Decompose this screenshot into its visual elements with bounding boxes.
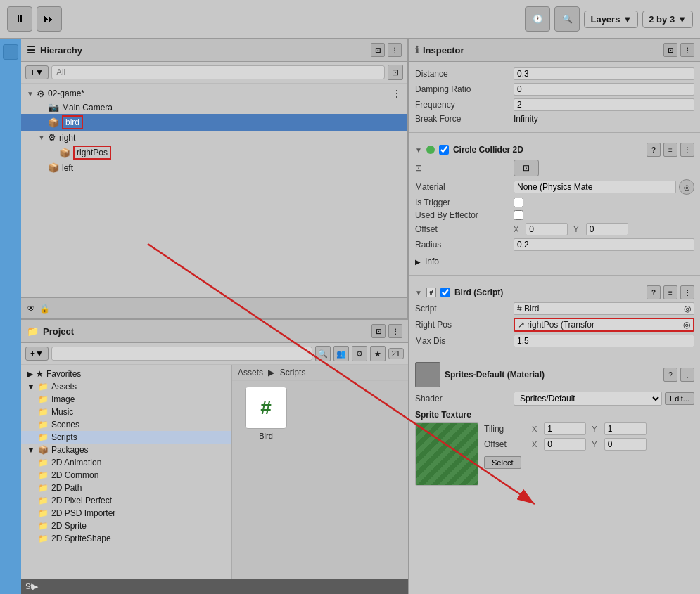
sidebar-image[interactable]: 📁 Image — [21, 393, 231, 406]
project-search-input[interactable] — [51, 347, 312, 361]
sidebar-2d-common[interactable]: 📁 2D Common — [21, 469, 231, 482]
bird-script-more-btn[interactable]: ⋮ — [680, 285, 694, 299]
distance-input[interactable] — [514, 67, 694, 80]
sidebar-2d-sprite[interactable]: 📁 2D Sprite — [21, 519, 231, 532]
pause-button[interactable]: ⏸ — [7, 6, 32, 32]
bird-script-checkbox[interactable] — [440, 288, 450, 297]
project-title: Project — [43, 326, 367, 337]
step-button[interactable]: ⏭ — [37, 6, 62, 32]
used-effector-row: Used By Effector — [415, 210, 694, 220]
layers-dropdown[interactable]: Layers ▼ — [584, 11, 638, 28]
inspector-icon: ℹ — [415, 44, 419, 56]
right-pos-select-icon: ◎ — [683, 320, 690, 330]
script-row: Script # Bird ◎ — [415, 302, 694, 315]
project-settings-btn[interactable]: ⚙ — [352, 346, 367, 361]
material-select-btn[interactable]: ◎ — [679, 179, 694, 195]
sidebar-2d-spriteshape[interactable]: 📁 2D SpriteShape — [21, 532, 231, 545]
sprite-material-header: Sprites-Default (Material) ? ⋮ — [415, 362, 694, 387]
project-sidebar: ▶ ★ Favorites ▼ 📁 Assets 📁 Image — [21, 365, 232, 579]
hierarchy-more-btn[interactable]: ⋮ — [388, 43, 402, 57]
is-trigger-checkbox[interactable] — [514, 198, 523, 207]
sidebar-2d-animation[interactable]: 📁 2D Animation — [21, 456, 231, 469]
shader-select[interactable]: Sprites/Default — [514, 392, 662, 406]
hierarchy-header: ☰ Hierarchy ⊡ ⋮ — [21, 39, 407, 62]
inspector-title: Inspector — [423, 45, 464, 56]
collider-active-dot — [426, 146, 435, 154]
circle-collider-title: Circle Collider 2D — [453, 145, 523, 155]
tree-item-left[interactable]: 📦 left — [21, 161, 407, 174]
project-search-btn[interactable]: 🔍 — [315, 346, 331, 361]
collider-checkbox[interactable] — [439, 145, 449, 155]
sidebar-scenes[interactable]: 📁 Scenes — [21, 418, 231, 431]
collider-help-btn[interactable]: ? — [647, 143, 661, 157]
inspector-dock-btn[interactable]: ⊡ — [663, 43, 677, 57]
edit-collider-btn[interactable]: ⊡ — [514, 160, 539, 176]
offset-x-input[interactable] — [526, 223, 568, 235]
project-dock-btn[interactable]: ⊡ — [371, 324, 386, 338]
frequency-input[interactable] — [514, 98, 694, 111]
tree-item-bird[interactable]: 📦 bird — [21, 114, 407, 131]
hierarchy-icon: ☰ — [27, 44, 36, 56]
sidebar-2d-pixel-perfect[interactable]: 📁 2D Pixel Perfect — [21, 494, 231, 507]
layout-dropdown[interactable]: 2 by 3 ▼ — [642, 11, 693, 28]
hierarchy-search-input[interactable] — [51, 65, 385, 79]
offset-y-input[interactable] — [586, 223, 628, 235]
hierarchy-add-btn[interactable]: +▼ — [25, 65, 49, 79]
collider-more-btn[interactable]: ⋮ — [680, 143, 694, 157]
sidebar-packages[interactable]: ▼ 📦 Packages — [21, 444, 231, 456]
info-row: ▶ Info — [415, 254, 694, 269]
info-arrow: ▶ — [415, 258, 421, 266]
tree-icon-right: ⚙ — [48, 132, 56, 143]
strip-button[interactable] — [3, 44, 18, 60]
sidebar-scripts[interactable]: 📁 Scripts — [21, 431, 231, 444]
tree-item-right[interactable]: ▼ ⚙ right — [21, 131, 407, 144]
radius-input[interactable] — [514, 238, 694, 251]
tree-item-maincamera[interactable]: 📷 Main Camera — [21, 101, 407, 114]
tiling-y-input[interactable] — [604, 422, 647, 435]
sidebar-favorites[interactable]: ▶ ★ Favorites — [21, 368, 231, 380]
history-button[interactable]: 🕐 — [525, 6, 550, 32]
bird-script-settings-btn[interactable]: ≡ — [663, 285, 677, 299]
hierarchy-search-btn[interactable]: ⊡ — [388, 65, 403, 80]
lock-icon: 🔒 — [39, 304, 50, 314]
sidebar-2d-path[interactable]: 📁 2D Path — [21, 482, 231, 494]
offset-tex-x-input[interactable] — [544, 438, 586, 451]
offset-tiling-row: Offset X Y — [484, 438, 694, 451]
search-button[interactable]: 🔍 — [554, 6, 580, 32]
file-item-bird[interactable]: # Bird — [238, 387, 294, 440]
hierarchy-dock-btn[interactable]: ⊡ — [371, 43, 385, 57]
used-effector-checkbox[interactable] — [514, 210, 523, 220]
material-input[interactable] — [514, 181, 676, 193]
bird-script-section: ▼ # Bird (Script) ? ≡ ⋮ Script # Bird ◎ … — [409, 276, 700, 356]
sprite-help-btn[interactable]: ? — [663, 368, 677, 382]
offset-label: Offset — [415, 224, 514, 234]
tree-label-rightpos: rightPos — [73, 146, 111, 160]
tree-icon-rightpos: 📦 — [59, 148, 70, 158]
tree-arrow-game: ▼ — [27, 90, 37, 98]
inspector-panel: ℹ Inspector ⊡ ⋮ Distance Damping Ratio F… — [408, 39, 700, 594]
project-main: Assets ▶ Scripts # Bird — [232, 365, 408, 579]
max-dis-input[interactable] — [514, 335, 694, 347]
tree-item-rightpos[interactable]: 📦 rightPos — [21, 144, 407, 161]
project-people-btn[interactable]: 👥 — [333, 346, 349, 361]
sprite-more-btn[interactable]: ⋮ — [680, 368, 694, 382]
collider-settings-btn[interactable]: ≡ — [663, 143, 677, 157]
sidebar-music[interactable]: 📁 Music — [21, 406, 231, 418]
sidebar-assets[interactable]: ▼ 📁 Assets — [21, 380, 231, 393]
break-force-row: Break Force Infinity — [415, 114, 694, 124]
project-star-btn[interactable]: ★ — [370, 346, 386, 361]
right-pos-value-box: ↗ rightPos (Transfor ◎ — [514, 318, 694, 332]
project-more-btn[interactable]: ⋮ — [388, 324, 402, 338]
offset-tex-y-input[interactable] — [604, 438, 647, 451]
tiling-x-input[interactable] — [544, 422, 586, 435]
damping-label: Damping Ratio — [415, 84, 514, 94]
sidebar-2d-psd-importer[interactable]: 📁 2D PSD Importer — [21, 507, 231, 519]
project-files: # Bird — [232, 381, 408, 579]
bird-script-help-btn[interactable]: ? — [647, 285, 661, 299]
project-add-btn[interactable]: +▼ — [25, 347, 49, 361]
select-btn[interactable]: Select — [484, 456, 521, 469]
shader-edit-btn[interactable]: Edit... — [665, 392, 694, 405]
damping-input[interactable] — [514, 83, 694, 96]
tree-item-game[interactable]: ▼ ⚙ 02-game* ⋮ — [21, 86, 407, 101]
inspector-more-btn[interactable]: ⋮ — [680, 43, 694, 57]
